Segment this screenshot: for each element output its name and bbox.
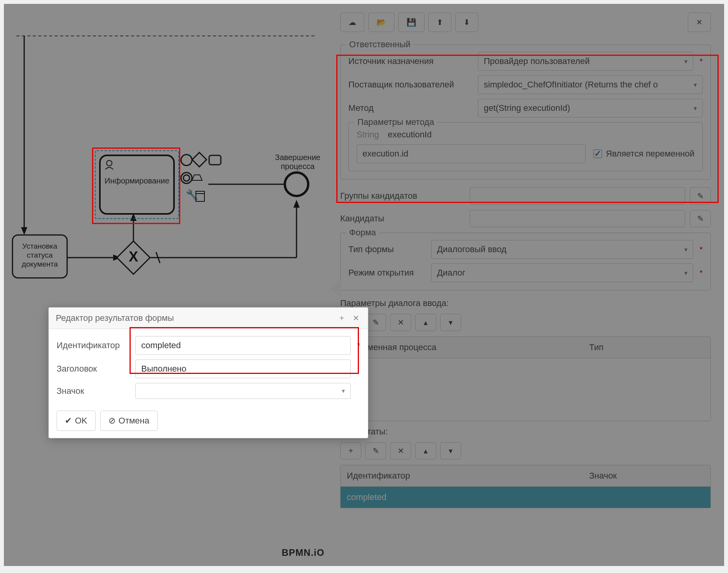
cancel-button[interactable]: ⊘ Отмена <box>100 411 158 431</box>
caption-label: Заголовок <box>57 364 131 374</box>
required-marker: * <box>357 341 360 350</box>
check-icon: ✔ <box>65 416 72 426</box>
modal-overlay <box>5 5 723 565</box>
modal-title: Редактор результатов формы <box>56 313 333 323</box>
identifier-input[interactable] <box>135 336 351 355</box>
ok-button[interactable]: ✔ OK <box>57 411 96 431</box>
ban-icon: ⊘ <box>108 416 115 426</box>
modal-close-button[interactable]: ✕ <box>351 313 361 323</box>
chevron-down-icon: ▾ <box>342 387 345 395</box>
modal-title-bar[interactable]: Редактор результатов формы + ✕ <box>49 308 368 329</box>
icon-select[interactable]: ▾ <box>135 383 351 399</box>
icon-label: Значок <box>57 386 131 396</box>
identifier-label: Идентификатор <box>57 340 131 351</box>
modal-maximize-button[interactable]: + <box>337 314 347 323</box>
cancel-button-label: Отмена <box>119 416 149 426</box>
caption-input[interactable] <box>135 359 351 378</box>
ok-button-label: OK <box>75 416 87 426</box>
form-result-editor-modal: Редактор результатов формы + ✕ Идентифик… <box>48 307 368 438</box>
